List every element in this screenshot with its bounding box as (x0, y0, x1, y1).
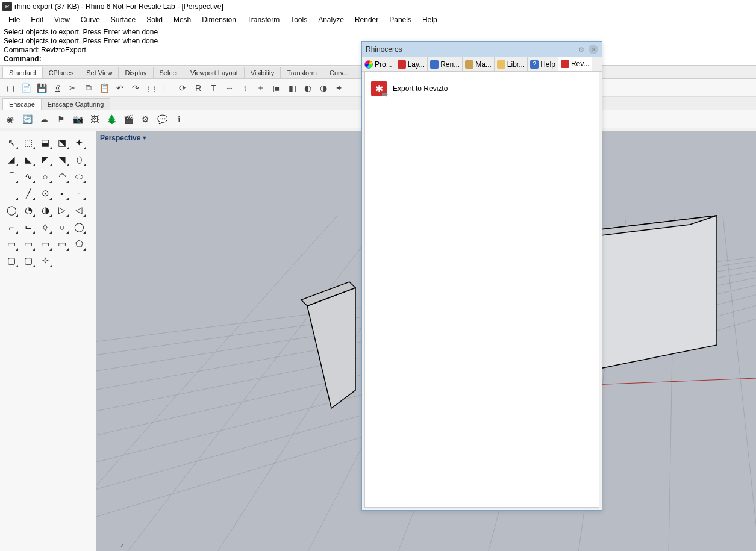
layers-icon[interactable]: ◧ (286, 81, 299, 95)
paste-icon[interactable]: 📋 (98, 81, 111, 95)
tool-button-3[interactable]: ⬔ (54, 135, 70, 151)
menu-analyze[interactable]: Analyze (313, 14, 349, 26)
cut-icon[interactable]: ✂ (66, 81, 80, 95)
group-icon[interactable]: ⬚ (145, 81, 158, 95)
tool-button-0[interactable]: ↖ (4, 135, 19, 151)
menu-panels[interactable]: Panels (384, 14, 416, 26)
render-icon[interactable]: ✦ (333, 81, 346, 95)
menu-file[interactable]: File (4, 14, 25, 26)
text-icon[interactable]: T (207, 81, 220, 95)
tool-button-10[interactable]: ⌒ (4, 169, 19, 184)
tool-button-15[interactable]: — (4, 185, 19, 201)
menu-transform[interactable]: Transform (242, 14, 284, 26)
tool-button-23[interactable]: ▷ (54, 202, 70, 218)
dim-icon[interactable]: ↔ (223, 81, 236, 95)
tool-button-32[interactable]: ▭ (37, 236, 53, 252)
dim2-icon[interactable]: ↕ (239, 81, 252, 95)
tool-button-11[interactable]: ∿ (20, 169, 36, 184)
tab-viewport-layout[interactable]: Viewport Layout (184, 67, 245, 78)
tool-button-25[interactable]: ⌐ (4, 219, 19, 235)
tool-button-1[interactable]: ⬚ (20, 135, 36, 151)
ungroup-icon[interactable]: ⬚ (160, 81, 173, 95)
tab-transform[interactable]: Transform (280, 67, 323, 78)
panel-tab-lay[interactable]: Lay... (395, 57, 428, 71)
menu-tools[interactable]: Tools (286, 14, 312, 26)
new-icon[interactable]: ▢ (4, 81, 17, 95)
menu-help[interactable]: Help (417, 14, 442, 26)
box-icon[interactable]: ▣ (270, 81, 283, 95)
tool-button-12[interactable]: ○ (37, 169, 53, 184)
tool-button-7[interactable]: ◤ (37, 152, 53, 167)
menu-solid[interactable]: Solid (142, 14, 167, 26)
info-icon[interactable]: ℹ (172, 113, 186, 126)
plus-icon[interactable]: ＋ (254, 81, 267, 95)
viewport-label[interactable]: Perspective ▼ (100, 134, 147, 142)
menu-edit[interactable]: Edit (26, 14, 48, 26)
open-icon[interactable]: 📄 (19, 81, 33, 95)
tab-cplanes[interactable]: CPlanes (42, 67, 81, 78)
refresh-icon[interactable]: 🔄 (20, 113, 34, 126)
tool-button-20[interactable]: ◯ (4, 202, 19, 218)
tool-button-22[interactable]: ◑ (37, 202, 53, 218)
tool-button-35[interactable]: ▢ (4, 253, 19, 269)
menu-mesh[interactable]: Mesh (169, 14, 196, 26)
tool-button-16[interactable]: ╱ (20, 185, 36, 201)
tool-button-36[interactable]: ▢ (20, 253, 36, 269)
tool-button-33[interactable]: ▭ (54, 236, 70, 252)
menu-view[interactable]: View (49, 14, 75, 26)
tool-button-5[interactable]: ◢ (4, 152, 19, 167)
panel-tab-help[interactable]: ?Help (528, 57, 558, 71)
tool-button-30[interactable]: ▭ (4, 236, 19, 252)
gear-icon[interactable]: ⚙ (576, 45, 586, 54)
shade-icon[interactable]: ◐ (301, 81, 314, 95)
tool-button-21[interactable]: ◔ (20, 202, 36, 218)
panel-tab-rev[interactable]: Rev... (558, 57, 592, 72)
tool-button-4[interactable]: ✦ (71, 135, 87, 151)
tool-button-26[interactable]: ⌙ (20, 219, 36, 235)
tool-button-18[interactable]: • (54, 185, 70, 201)
cloud-icon[interactable]: ☁ (37, 113, 51, 126)
tool-button-34[interactable]: ⬠ (71, 236, 87, 252)
tab-enscape-capturing[interactable]: Enscape Capturing (41, 98, 111, 110)
menu-surface[interactable]: Surface (106, 14, 140, 26)
tool-button-37[interactable]: ✧ (37, 253, 53, 269)
panel-tab-ma[interactable]: Ma... (463, 57, 495, 71)
close-icon[interactable]: ✕ (589, 45, 598, 54)
panel-tab-ren[interactable]: Ren... (428, 57, 463, 71)
panel-titlebar[interactable]: Rhinoceros ⚙ ✕ (362, 42, 602, 57)
tab-standard[interactable]: Standard (2, 67, 43, 78)
tool-button-17[interactable]: ⊙ (37, 185, 53, 201)
tab-enscape[interactable]: Enscape (2, 98, 42, 110)
tool-button-13[interactable]: ◠ (54, 169, 70, 184)
camera-icon[interactable]: 📷 (71, 113, 84, 126)
rhinoceros-panel[interactable]: Rhinoceros ⚙ ✕ Pro...Lay...Ren...Ma...Li… (361, 41, 602, 511)
tab-visibility[interactable]: Visibility (244, 67, 281, 78)
menu-dimension[interactable]: Dimension (197, 14, 241, 26)
tree-icon[interactable]: 🌲 (105, 113, 118, 126)
speech-icon[interactable]: 💬 (155, 113, 169, 126)
copy-icon[interactable]: ⧉ (82, 81, 95, 95)
tool-button-9[interactable]: ⬯ (71, 152, 87, 167)
tool-button-29[interactable]: ◯ (71, 219, 87, 235)
tab-curv-[interactable]: Curv... (323, 67, 355, 78)
tab-display[interactable]: Display (118, 67, 153, 78)
redo-icon[interactable]: ↷ (129, 81, 142, 95)
rotate-icon[interactable]: ⟳ (176, 81, 189, 95)
video-icon[interactable]: 🎬 (122, 113, 135, 126)
undo-icon[interactable]: ↶ (113, 81, 127, 95)
panel-tab-pro[interactable]: Pro... (362, 57, 395, 71)
tool-button-8[interactable]: ◥ (54, 152, 70, 167)
tab-set-view[interactable]: Set View (80, 67, 119, 78)
tool-button-6[interactable]: ◣ (20, 152, 36, 167)
image-icon[interactable]: 🖼 (88, 113, 101, 126)
chevron-down-icon[interactable]: ▼ (142, 135, 147, 141)
save-icon[interactable]: 💾 (35, 81, 48, 95)
tool-button-27[interactable]: ◊ (37, 219, 53, 235)
menu-render[interactable]: Render (350, 14, 383, 26)
menu-curve[interactable]: Curve (76, 14, 105, 26)
tool-button-24[interactable]: ◁ (71, 202, 87, 218)
flag-icon[interactable]: ⚑ (54, 113, 67, 126)
tool-button-19[interactable]: ◦ (71, 185, 87, 201)
settings-icon[interactable]: ⚙ (139, 113, 152, 126)
enscape-start-icon[interactable]: ◉ (4, 113, 17, 126)
